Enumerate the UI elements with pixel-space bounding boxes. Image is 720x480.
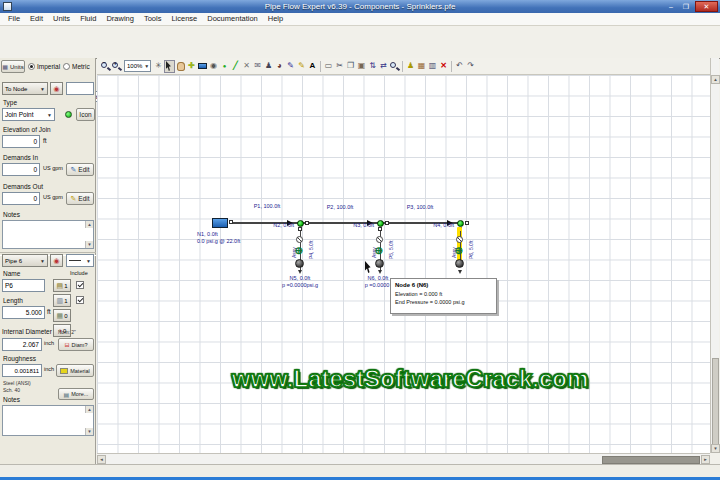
diameter-unit: inch <box>44 341 54 347</box>
imperial-radio[interactable] <box>28 63 35 70</box>
line-style-select[interactable]: ▼ <box>66 254 94 267</box>
diam-button[interactable]: ⊟ Diam? <box>58 338 94 351</box>
menu-units[interactable]: Units <box>48 13 75 25</box>
sprinkler-head[interactable] <box>375 259 384 268</box>
title-bar[interactable]: Pipe Flow Expert v6.39 - Components - Sp… <box>0 0 720 14</box>
length-input[interactable]: 5.000 <box>2 306 45 319</box>
menu-tools[interactable]: Tools <box>139 13 167 25</box>
pan-tool-icon[interactable] <box>175 60 186 73</box>
metric-radio[interactable] <box>63 63 70 70</box>
material-button[interactable]: Material <box>56 364 94 377</box>
status-bar: Grid X=94 Y=68 <box>0 464 720 478</box>
chevron-down-icon: ▼ <box>47 112 52 118</box>
scroll-up-icon[interactable]: ▲ <box>85 221 93 228</box>
scroll-down-icon[interactable]: ▼ <box>85 241 93 248</box>
components-button[interactable]: ▥ 1 <box>53 294 71 307</box>
metric-radio-label: Metric <box>72 64 90 71</box>
sprinkler-head[interactable] <box>455 259 464 268</box>
zoom-out-icon[interactable]: − <box>100 60 111 73</box>
person-icon[interactable]: ♟ <box>263 60 274 73</box>
menu-help[interactable]: Help <box>263 13 288 25</box>
pencil-icon[interactable]: ✎ <box>285 60 296 73</box>
check-valve-icon[interactable] <box>456 236 463 243</box>
user-icon[interactable]: ♟ <box>405 60 416 73</box>
paste-icon[interactable]: ▣ <box>356 60 367 73</box>
node-selector[interactable]: To Node▼ <box>2 82 48 95</box>
demands-in-edit-button[interactable]: ✎ Edit <box>66 163 94 176</box>
menu-drawing[interactable]: Drawing <box>101 13 139 25</box>
line-style-icon <box>69 260 81 261</box>
elevation-input[interactable]: 0 <box>2 135 40 148</box>
menu-license[interactable]: License <box>166 13 202 25</box>
tank-n1[interactable] <box>212 218 228 228</box>
valves-button[interactable]: ▦ 0 <box>53 309 71 322</box>
pointer-tool-icon[interactable] <box>164 60 175 73</box>
pipe-selector[interactable]: Pipe 6▼ <box>2 254 48 267</box>
text-tool-icon[interactable]: A <box>307 60 318 73</box>
find-node-icon[interactable]: ◉ <box>50 82 63 95</box>
add-tank-icon[interactable] <box>197 60 208 73</box>
maximize-button[interactable]: ❐ <box>679 1 693 12</box>
zoom-area-icon[interactable] <box>389 60 400 73</box>
rect-select-icon[interactable]: ▭ <box>323 60 334 73</box>
scroll-up-icon[interactable]: ▲ <box>85 406 93 413</box>
redo-icon[interactable]: ↷ <box>465 60 476 73</box>
demands-in-input[interactable]: 0 <box>2 163 40 176</box>
zoom-in-icon[interactable]: + <box>111 60 122 73</box>
delete-icon[interactable]: ✕ <box>438 60 449 73</box>
scroll-down-icon[interactable]: ▼ <box>711 444 720 453</box>
gates-icon[interactable]: ▥ <box>427 60 438 73</box>
add-node-icon[interactable]: ✚ <box>186 60 197 73</box>
vertical-scrollbar[interactable]: ▲ ▼ <box>710 58 719 453</box>
node-name-input[interactable] <box>66 82 94 95</box>
minimize-button[interactable]: – <box>664 1 678 12</box>
vertical-scroll-thumb[interactable] <box>712 358 719 448</box>
pie-icon[interactable]: ◕ <box>274 60 285 73</box>
units-button[interactable]: ▦ Units <box>1 60 25 73</box>
pipe-name-input[interactable]: P6 <box>2 279 45 292</box>
pencil-yellow-icon[interactable]: ✎ <box>296 60 307 73</box>
pipe-notes-textarea[interactable]: ▲ ▼ <box>2 405 94 436</box>
demands-out-edit-button[interactable]: ✎ Edit <box>66 192 94 205</box>
add-pipe-icon[interactable]: ╱ <box>230 60 241 73</box>
node-notes-textarea[interactable]: ▲ ▼ <box>2 220 94 249</box>
check-valve-icon[interactable] <box>376 236 383 243</box>
horizontal-scrollbar[interactable]: ◄ ► <box>97 453 710 464</box>
roughness-input[interactable]: 0.001811 <box>2 364 42 377</box>
notes-tool-icon[interactable]: ✉ <box>252 60 263 73</box>
node-type-select[interactable]: Join Point▼ <box>2 108 55 121</box>
flip-vertical-icon[interactable]: ⇅ <box>367 60 378 73</box>
include-fittings-checkbox[interactable] <box>76 281 84 289</box>
copy-icon[interactable]: ❐ <box>345 60 356 73</box>
cut-icon[interactable]: ✂ <box>334 60 345 73</box>
scroll-left-icon[interactable]: ◄ <box>97 455 106 464</box>
more-button[interactable]: ▤ More... <box>58 388 94 400</box>
include-components-checkbox[interactable] <box>76 296 84 304</box>
add-component-icon[interactable]: ◉ <box>208 60 219 73</box>
icon-button[interactable]: Icon <box>76 108 95 121</box>
menu-documentation[interactable]: Documentation <box>202 13 262 25</box>
demands-out-input[interactable]: 0 <box>2 192 40 205</box>
scroll-down-icon[interactable]: ▼ <box>85 428 93 435</box>
scroll-up-icon[interactable]: ▲ <box>711 75 720 84</box>
menu-fluid[interactable]: Fluid <box>75 13 101 25</box>
menu-file[interactable]: File <box>3 13 25 25</box>
zoom-level-select[interactable]: 100%▼ <box>124 60 151 72</box>
building-icon[interactable]: ▦ <box>416 60 427 73</box>
fittings-button[interactable]: ▤ 1 <box>53 279 71 292</box>
diameter-input[interactable]: 2.067 <box>2 338 42 351</box>
sprinkler-assembly-3[interactable]: ⊕ Assy P6, 5.0ft <box>445 215 479 287</box>
find-pipe-icon[interactable]: ◉ <box>50 254 63 267</box>
check-valve-icon[interactable] <box>296 236 303 243</box>
drawing-canvas[interactable]: P1, 100.0ft P2, 100.0ft P3, 100.0ft N1, … <box>97 75 710 453</box>
undo-icon[interactable]: ↶ <box>454 60 465 73</box>
menu-edit[interactable]: Edit <box>25 13 48 25</box>
redraw-icon[interactable]: ✳ <box>153 60 164 73</box>
sprinkler-head[interactable] <box>295 259 304 268</box>
close-button[interactable]: ✕ <box>695 1 718 12</box>
split-pipe-icon[interactable]: ✕ <box>241 60 252 73</box>
add-point-icon[interactable]: ● <box>219 60 230 73</box>
scroll-right-icon[interactable]: ► <box>701 455 710 464</box>
flip-horizontal-icon[interactable]: ⇄ <box>378 60 389 73</box>
horizontal-scroll-thumb[interactable] <box>602 456 700 464</box>
